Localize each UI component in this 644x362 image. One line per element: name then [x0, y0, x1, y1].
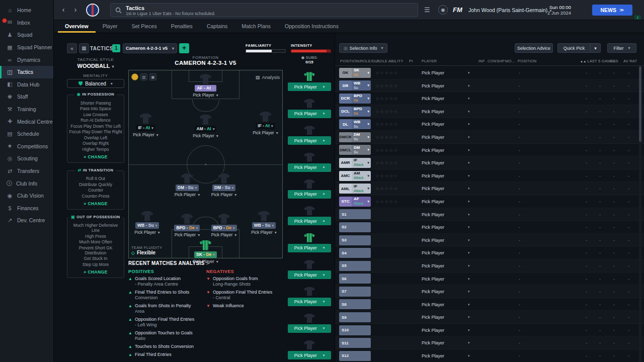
kit-icon[interactable]: ▣	[149, 73, 156, 80]
sidebar-item-home[interactable]: ⌂Home	[0, 4, 53, 17]
chevron-down-icon[interactable]: ▾	[468, 122, 470, 126]
sidebar-item-staff[interactable]: ♚Staff	[0, 90, 53, 103]
chart-icon[interactable]: ▥	[140, 73, 147, 80]
position-cell[interactable]: DR	[339, 80, 352, 90]
sidebar-item-tactics[interactable]: ◫Tactics	[0, 66, 53, 78]
tab-player[interactable]: Player	[96, 20, 125, 33]
pick-player-dropdown[interactable]: Pick Player	[422, 173, 444, 178]
chevron-down-icon[interactable]: ▾	[468, 328, 470, 332]
column-header-player[interactable]: PLAYER	[422, 59, 437, 63]
chevron-down-icon[interactable]: ▾	[468, 290, 470, 294]
add-tactic-button[interactable]: +	[179, 43, 189, 53]
sub-position-cell[interactable]: S5	[339, 261, 371, 271]
chevron-down-icon[interactable]: ▾	[468, 238, 470, 242]
change-button[interactable]: » CHANGE	[69, 154, 122, 159]
pick-player-dropdown[interactable]: Pick Player	[422, 199, 444, 204]
menu-icon[interactable]: ☰	[424, 6, 430, 14]
sub-position-cell[interactable]: S10	[339, 325, 371, 335]
position-cell[interactable]: AMC	[339, 171, 352, 181]
chevron-down-icon[interactable]: ▾	[468, 97, 470, 101]
column-header-con[interactable]: CON	[488, 59, 496, 63]
tactical-style-dropdown[interactable]: WOODBALL▾	[67, 63, 124, 69]
role-duty-dropdown[interactable]: AF - At▾	[195, 85, 216, 92]
role-dropdown[interactable]: AMAttack▾	[352, 171, 371, 181]
position-cell[interactable]: DMCL	[339, 145, 352, 155]
tactic-preset-dropdown[interactable]: Cameron 4-2-3-1 v5▾	[123, 43, 177, 53]
manager-menu[interactable]: John Wood (Paris Saint-Germain)▾	[468, 7, 551, 13]
pick-player-dropdown[interactable]: Pick Player▾	[253, 130, 278, 135]
column-header-position[interactable]: POSITION	[518, 59, 536, 63]
tab-captains[interactable]: Captains	[200, 20, 234, 33]
column-header-position-role-du[interactable]: POSITION/ROLE/DU...	[340, 59, 381, 63]
pick-player-dropdown[interactable]: Pick Player	[422, 96, 444, 101]
role-duty-dropdown[interactable]: DM - Su▾	[212, 185, 235, 191]
search-bar[interactable]: Tactics 1st in Ligue 1 Uber Eats - No fi…	[110, 3, 418, 17]
role-dropdown[interactable]: BPDDe▾	[352, 107, 371, 117]
tactic-slot-badge[interactable]: 1	[112, 44, 120, 52]
pick-player-button[interactable]: Pick Player▾	[288, 136, 331, 145]
pick-player-dropdown[interactable]: Pick Player	[422, 212, 444, 217]
position-cell[interactable]: AMR	[339, 158, 352, 168]
sidebar-item-squad-planner[interactable]: ▦Squad Planner	[0, 41, 53, 54]
position-cell[interactable]: DCL	[339, 107, 352, 117]
role-dropdown[interactable]: WBSu▾	[352, 80, 371, 90]
column-header-av-rat[interactable]: AV RAT	[623, 59, 637, 63]
chevron-down-icon[interactable]: ▾	[468, 161, 470, 165]
column-header-shp[interactable]: SHP	[497, 59, 505, 63]
sub-position-cell[interactable]: S3	[339, 235, 371, 245]
column-header-gls[interactable]: GLS	[610, 59, 618, 63]
pick-player-button[interactable]: Pick Player▾	[288, 163, 331, 172]
role-duty-dropdown[interactable]: BPD - De▾	[211, 225, 237, 231]
role-dropdown[interactable]: WBSu▾	[352, 119, 371, 129]
sidebar-item-transfers[interactable]: ⇄Transfers	[0, 165, 53, 177]
role-duty-dropdown[interactable]: IF - At▾	[136, 125, 155, 131]
pick-player-dropdown[interactable]: Pick Player	[422, 353, 444, 358]
sidebar-item-medical-centre[interactable]: ✚Medical Centre	[0, 115, 53, 128]
tab-set-pieces[interactable]: Set Pieces	[124, 20, 164, 33]
chevron-down-icon[interactable]: ▾	[468, 174, 470, 178]
chevron-down-icon[interactable]: ▾	[468, 341, 470, 345]
quick-pick-button[interactable]: Quick Pick	[557, 43, 591, 53]
chevron-down-icon[interactable]: ▾	[468, 277, 470, 281]
pick-player-dropdown[interactable]: Pick Player	[422, 186, 444, 191]
pick-player-button[interactable]: Pick Player▾	[288, 298, 331, 306]
chevron-down-icon[interactable]: ▾	[468, 213, 470, 217]
sub-position-cell[interactable]: S6	[339, 274, 371, 284]
pick-player-dropdown[interactable]: Pick Player	[422, 83, 444, 88]
pick-player-dropdown[interactable]: Pick Player▾	[251, 230, 277, 235]
pick-player-button[interactable]: Pick Player▾	[288, 270, 331, 279]
chevron-down-icon[interactable]: ▾	[468, 84, 470, 88]
role-duty-dropdown[interactable]: WB - Su▾	[252, 222, 276, 229]
change-button[interactable]: » CHANGE	[69, 269, 122, 275]
forward-button[interactable]: ›	[71, 5, 80, 14]
pick-player-button[interactable]: Pick Player▾	[288, 217, 331, 225]
chevron-down-icon[interactable]: ▾	[468, 354, 470, 358]
pick-player-dropdown[interactable]: Pick Player▾	[175, 192, 200, 197]
pick-player-dropdown[interactable]: Pick Player▾	[193, 133, 218, 138]
quick-pick-dropdown[interactable]: ▾	[591, 43, 601, 53]
news-button[interactable]: NEWS≫	[592, 5, 632, 16]
club-crest[interactable]	[86, 4, 99, 17]
pick-player-button[interactable]: Pick Player▾	[288, 244, 331, 252]
pick-player-button[interactable]: Pick Player▾	[288, 82, 331, 91]
pick-player-button[interactable]: Pick Player▾	[288, 110, 331, 118]
sidebar-item-schedule[interactable]: ▤Schedule	[0, 128, 53, 140]
chevron-down-icon[interactable]: ▾	[468, 251, 470, 255]
selection-info-dropdown[interactable]: ◎Selection Info▾	[339, 43, 387, 53]
sidebar-item-club-vision[interactable]: ◉Club Vision	[0, 190, 53, 202]
pick-player-dropdown[interactable]: Pick Player	[422, 70, 444, 75]
pick-player-dropdown[interactable]: Pick Player	[422, 122, 444, 127]
pick-player-dropdown[interactable]: Pick Player	[422, 160, 444, 165]
position-cell[interactable]: STC	[339, 197, 352, 207]
pick-player-dropdown[interactable]: Pick Player	[422, 135, 444, 140]
column-header-pi[interactable]: PI	[409, 59, 413, 63]
scrollbar-thumb[interactable]	[639, 66, 641, 142]
pick-player-dropdown[interactable]: Pick Player	[422, 340, 444, 345]
mentality-dropdown[interactable]: Balanced▾	[67, 79, 124, 88]
tactic-grid-icon[interactable]: ▦	[79, 43, 89, 53]
chevron-down-icon[interactable]: ▾	[468, 71, 470, 75]
sidebar-item-inbox[interactable]: ✉Inbox	[0, 17, 53, 29]
chevron-down-icon[interactable]: ▾	[468, 303, 470, 307]
sub-position-cell[interactable]: S4	[339, 248, 371, 258]
role-dropdown[interactable]: AFAttack▾	[352, 197, 371, 207]
